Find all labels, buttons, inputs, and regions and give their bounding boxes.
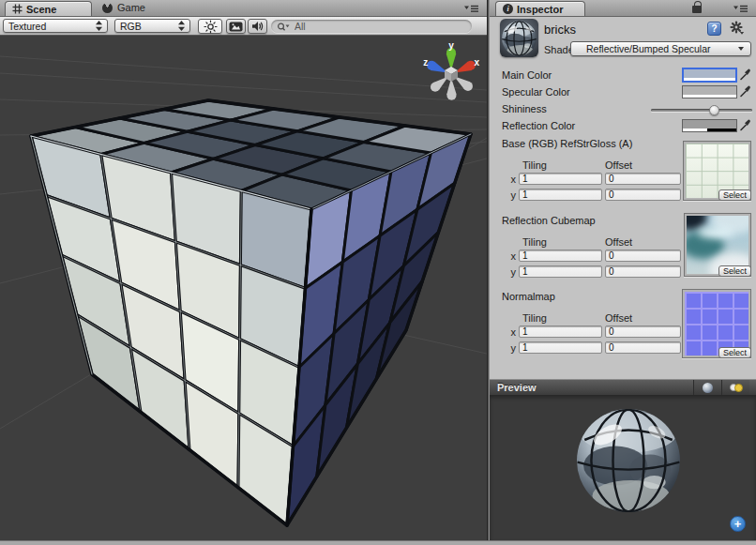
normalmap-thumbnail[interactable]: Select [682, 289, 751, 358]
slider-thumb[interactable] [709, 105, 719, 115]
material-name: bricks [544, 23, 576, 37]
cubemap-thumbnail[interactable]: Select [684, 213, 751, 277]
preview-mesh-button[interactable] [693, 380, 721, 395]
material-header: bricks ? Shader Reflective/Bumped Specul… [490, 17, 756, 56]
game-icon [102, 3, 113, 13]
base-texture-thumbnail[interactable]: Select [683, 141, 751, 201]
cubemap-section: Reflection Cubemap Tiling Offset x y [490, 209, 756, 284]
base-offset-x-input[interactable] [605, 173, 681, 185]
draw-mode-value: Textured [8, 21, 46, 32]
base-tiling-x-input[interactable] [519, 173, 602, 185]
cubemap-tiling-x-input[interactable] [519, 250, 602, 262]
reflection-color-swatch[interactable] [682, 119, 737, 132]
yellow-circle-icon [734, 384, 743, 392]
preview-light-button[interactable] [721, 380, 749, 395]
scene-panel-menu-icon[interactable] [464, 5, 478, 13]
image-icon [229, 22, 243, 32]
render-mode-dropdown[interactable]: RGB [114, 19, 190, 33]
preview-header[interactable]: Preview [490, 379, 756, 395]
tiling-header: Tiling [522, 159, 547, 171]
main-color-label: Main Color [502, 69, 552, 81]
shininess-label: Shininess [502, 103, 547, 114]
preview-title: Preview [497, 382, 693, 393]
render-mode-value: RGB [120, 21, 142, 32]
eyedropper-icon[interactable] [739, 85, 751, 98]
shininess-slider[interactable] [651, 109, 752, 112]
svg-text:z: z [423, 57, 428, 68]
tab-scene[interactable]: Scene [5, 1, 92, 16]
svg-text:y: y [448, 40, 454, 51]
inspector-pane: i Inspector bricks ? [490, 0, 756, 540]
chevron-down-icon [738, 47, 744, 51]
base-tiling-y-input[interactable] [519, 189, 602, 201]
tab-scene-label: Scene [26, 4, 56, 15]
scene-toolbar: Textured RGB [0, 17, 487, 36]
material-thumbnail[interactable] [500, 19, 538, 57]
updown-arrows-icon [96, 21, 102, 31]
tab-inspector[interactable]: i Inspector [495, 1, 585, 16]
lock-icon[interactable] [692, 6, 702, 13]
cubemap-offset-x-input[interactable] [605, 250, 681, 262]
help-icon[interactable]: ? [707, 22, 721, 36]
material-properties: Main Color Specular Color [490, 56, 756, 379]
axis-label: x [508, 250, 516, 262]
search-icon [277, 23, 290, 31]
main-color-swatch[interactable] [682, 68, 737, 83]
gear-icon[interactable] [730, 21, 745, 36]
scene-grid-icon [12, 4, 23, 14]
add-button[interactable]: + [730, 516, 746, 532]
scene-viewport[interactable]: yxz [0, 37, 487, 540]
base-offset-y-input[interactable] [605, 189, 681, 201]
speaker-icon [251, 21, 265, 32]
specular-color-label: Specular Color [502, 86, 570, 98]
shader-value: Reflective/Bumped Specular [586, 43, 711, 54]
sphere-icon [703, 383, 713, 393]
specular-color-swatch[interactable] [682, 85, 737, 98]
normalmap-offset-y-input[interactable] [605, 341, 681, 354]
svg-text:x: x [475, 57, 480, 68]
axis-label: x [508, 326, 516, 338]
tiling-header: Tiling [522, 236, 547, 248]
skybox-toggle-button[interactable] [226, 19, 246, 34]
normalmap-image [685, 292, 748, 356]
normalmap-tiling-y-input[interactable] [519, 341, 602, 354]
cubemap-select-button[interactable]: Select [718, 265, 751, 277]
shader-dropdown[interactable]: Reflective/Bumped Specular [570, 41, 751, 56]
search-input[interactable] [293, 20, 466, 33]
material-preview-area[interactable]: + [490, 395, 756, 540]
reflection-color-row: Reflection Color [490, 117, 756, 136]
specular-color-row: Specular Color [490, 83, 756, 100]
material-thumbnail-sphere [500, 19, 538, 57]
normalmap-offset-x-input[interactable] [605, 325, 681, 338]
audio-toggle-button[interactable] [248, 19, 267, 34]
scene-search-field[interactable] [271, 20, 472, 33]
unity-editor-window: Scene Game Textured RGB [0, 0, 756, 545]
scene-pane: Scene Game Textured RGB [0, 0, 487, 540]
offset-header: Offset [605, 312, 632, 324]
axis-label: y [508, 342, 516, 354]
axis-label: x [508, 174, 516, 185]
updown-arrows-icon [178, 21, 185, 31]
offset-header: Offset [605, 159, 632, 171]
eyedropper-icon[interactable] [739, 119, 751, 131]
inspector-panel-menu-icon[interactable] [733, 5, 748, 13]
tab-inspector-label: Inspector [517, 4, 564, 15]
scene-3d-render: yxz [0, 37, 487, 540]
scene-tabbar: Scene Game [0, 0, 487, 17]
main-color-row: Main Color [490, 67, 756, 83]
lighting-toggle-button[interactable] [198, 19, 222, 34]
base-map-label: Base (RGB) RefStrGloss (A) [502, 138, 632, 149]
normalmap-tiling-x-input[interactable] [519, 325, 602, 338]
shininess-row: Shininess [490, 100, 756, 117]
cubemap-offset-y-input[interactable] [605, 265, 681, 278]
normalmap-select-button[interactable]: Select [718, 347, 751, 358]
draw-mode-dropdown[interactable]: Textured [3, 19, 108, 33]
offset-header: Offset [605, 236, 632, 248]
cubemap-tiling-y-input[interactable] [519, 265, 602, 278]
base-select-button[interactable]: Select [718, 189, 751, 201]
tab-game-label: Game [117, 2, 145, 13]
normalmap-section: Normalmap Tiling Offset x y Select [490, 284, 756, 366]
eyedropper-icon[interactable] [739, 68, 751, 81]
base-map-section: Base (RGB) RefStrGloss (A) Tiling Offset… [490, 136, 756, 209]
tab-game[interactable]: Game [95, 0, 153, 15]
